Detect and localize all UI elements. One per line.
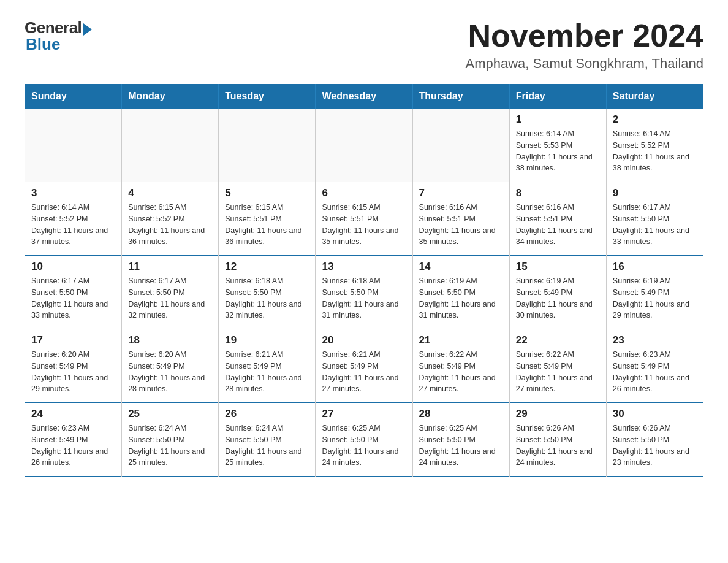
calendar-cell: 29Sunrise: 6:26 AM Sunset: 5:50 PM Dayli…: [509, 403, 606, 477]
day-info: Sunrise: 6:19 AM Sunset: 5:49 PM Dayligh…: [516, 275, 600, 321]
day-info: Sunrise: 6:21 AM Sunset: 5:49 PM Dayligh…: [225, 349, 309, 395]
day-number: 14: [419, 261, 503, 273]
calendar-cell: 16Sunrise: 6:19 AM Sunset: 5:49 PM Dayli…: [606, 256, 703, 329]
day-number: 4: [128, 187, 212, 199]
day-number: 3: [31, 187, 115, 199]
day-info: Sunrise: 6:17 AM Sunset: 5:50 PM Dayligh…: [128, 275, 212, 321]
day-info: Sunrise: 6:14 AM Sunset: 5:52 PM Dayligh…: [31, 202, 115, 248]
day-info: Sunrise: 6:14 AM Sunset: 5:52 PM Dayligh…: [613, 128, 697, 174]
day-info: Sunrise: 6:20 AM Sunset: 5:49 PM Dayligh…: [128, 349, 212, 395]
calendar-cell: 8Sunrise: 6:16 AM Sunset: 5:51 PM Daylig…: [509, 182, 606, 256]
day-info: Sunrise: 6:24 AM Sunset: 5:50 PM Dayligh…: [225, 423, 309, 469]
calendar-cell: [25, 109, 122, 182]
day-info: Sunrise: 6:18 AM Sunset: 5:50 PM Dayligh…: [322, 275, 406, 321]
day-info: Sunrise: 6:19 AM Sunset: 5:49 PM Dayligh…: [613, 275, 697, 321]
day-info: Sunrise: 6:15 AM Sunset: 5:51 PM Dayligh…: [225, 202, 309, 248]
day-number: 29: [516, 408, 600, 420]
day-number: 22: [516, 334, 600, 347]
calendar-week-1: 1Sunrise: 6:14 AM Sunset: 5:53 PM Daylig…: [25, 109, 703, 182]
day-info: Sunrise: 6:20 AM Sunset: 5:49 PM Dayligh…: [31, 349, 115, 395]
weekday-header-sunday: Sunday: [25, 85, 122, 109]
day-number: 5: [225, 187, 309, 199]
logo-arrow-icon: [83, 23, 92, 36]
calendar-cell: 21Sunrise: 6:22 AM Sunset: 5:49 PM Dayli…: [412, 329, 509, 403]
weekday-header-tuesday: Tuesday: [219, 85, 316, 109]
day-number: 27: [322, 408, 406, 420]
calendar-cell: 5Sunrise: 6:15 AM Sunset: 5:51 PM Daylig…: [219, 182, 316, 256]
day-info: Sunrise: 6:25 AM Sunset: 5:50 PM Dayligh…: [419, 423, 503, 469]
calendar-cell: [122, 109, 219, 182]
calendar-cell: 27Sunrise: 6:25 AM Sunset: 5:50 PM Dayli…: [316, 403, 412, 477]
weekday-header-friday: Friday: [509, 85, 606, 109]
day-info: Sunrise: 6:24 AM Sunset: 5:50 PM Dayligh…: [128, 423, 212, 469]
calendar-cell: 12Sunrise: 6:18 AM Sunset: 5:50 PM Dayli…: [219, 256, 316, 329]
calendar-cell: [412, 109, 509, 182]
page-header: General Blue November 2024 Amphawa, Samu…: [25, 18, 703, 72]
day-info: Sunrise: 6:22 AM Sunset: 5:49 PM Dayligh…: [419, 349, 503, 395]
day-info: Sunrise: 6:23 AM Sunset: 5:49 PM Dayligh…: [613, 349, 697, 395]
calendar-week-5: 24Sunrise: 6:23 AM Sunset: 5:49 PM Dayli…: [25, 403, 703, 477]
weekday-header-saturday: Saturday: [606, 85, 703, 109]
calendar-cell: [316, 109, 412, 182]
calendar-header-row: SundayMondayTuesdayWednesdayThursdayFrid…: [25, 85, 703, 109]
calendar-cell: 6Sunrise: 6:15 AM Sunset: 5:51 PM Daylig…: [316, 182, 412, 256]
calendar-cell: 4Sunrise: 6:15 AM Sunset: 5:52 PM Daylig…: [122, 182, 219, 256]
day-info: Sunrise: 6:14 AM Sunset: 5:53 PM Dayligh…: [516, 128, 600, 174]
day-number: 19: [225, 334, 309, 347]
day-info: Sunrise: 6:22 AM Sunset: 5:49 PM Dayligh…: [516, 349, 600, 395]
day-info: Sunrise: 6:17 AM Sunset: 5:50 PM Dayligh…: [613, 202, 697, 248]
calendar-cell: 2Sunrise: 6:14 AM Sunset: 5:52 PM Daylig…: [606, 109, 703, 182]
logo: General Blue: [25, 18, 92, 54]
calendar-week-4: 17Sunrise: 6:20 AM Sunset: 5:49 PM Dayli…: [25, 329, 703, 403]
day-number: 17: [31, 334, 115, 347]
day-number: 18: [128, 334, 212, 347]
day-number: 11: [128, 261, 212, 273]
calendar-cell: 15Sunrise: 6:19 AM Sunset: 5:49 PM Dayli…: [509, 256, 606, 329]
day-number: 10: [31, 261, 115, 273]
weekday-header-monday: Monday: [122, 85, 219, 109]
day-info: Sunrise: 6:16 AM Sunset: 5:51 PM Dayligh…: [516, 202, 600, 248]
calendar-cell: 23Sunrise: 6:23 AM Sunset: 5:49 PM Dayli…: [606, 329, 703, 403]
calendar-week-3: 10Sunrise: 6:17 AM Sunset: 5:50 PM Dayli…: [25, 256, 703, 329]
day-number: 15: [516, 261, 600, 273]
calendar-cell: 28Sunrise: 6:25 AM Sunset: 5:50 PM Dayli…: [412, 403, 509, 477]
calendar-cell: 14Sunrise: 6:19 AM Sunset: 5:50 PM Dayli…: [412, 256, 509, 329]
day-info: Sunrise: 6:18 AM Sunset: 5:50 PM Dayligh…: [225, 275, 309, 321]
day-number: 21: [419, 334, 503, 347]
day-number: 12: [225, 261, 309, 273]
calendar-cell: 1Sunrise: 6:14 AM Sunset: 5:53 PM Daylig…: [509, 109, 606, 182]
calendar-cell: 3Sunrise: 6:14 AM Sunset: 5:52 PM Daylig…: [25, 182, 122, 256]
calendar-cell: 24Sunrise: 6:23 AM Sunset: 5:49 PM Dayli…: [25, 403, 122, 477]
day-info: Sunrise: 6:26 AM Sunset: 5:50 PM Dayligh…: [516, 423, 600, 469]
day-number: 7: [419, 187, 503, 199]
calendar-week-2: 3Sunrise: 6:14 AM Sunset: 5:52 PM Daylig…: [25, 182, 703, 256]
day-number: 23: [613, 334, 697, 347]
day-number: 24: [31, 408, 115, 420]
day-number: 8: [516, 187, 600, 199]
calendar-cell: 10Sunrise: 6:17 AM Sunset: 5:50 PM Dayli…: [25, 256, 122, 329]
day-number: 1: [516, 113, 600, 126]
calendar-cell: 25Sunrise: 6:24 AM Sunset: 5:50 PM Dayli…: [122, 403, 219, 477]
day-info: Sunrise: 6:26 AM Sunset: 5:50 PM Dayligh…: [613, 423, 697, 469]
day-number: 16: [613, 261, 697, 273]
weekday-header-wednesday: Wednesday: [316, 85, 412, 109]
calendar-cell: 18Sunrise: 6:20 AM Sunset: 5:49 PM Dayli…: [122, 329, 219, 403]
calendar-cell: [219, 109, 316, 182]
day-number: 20: [322, 334, 406, 347]
day-number: 2: [613, 113, 697, 126]
weekday-header-thursday: Thursday: [412, 85, 509, 109]
day-number: 9: [613, 187, 697, 199]
title-block: November 2024 Amphawa, Samut Songkhram, …: [466, 18, 703, 72]
calendar-cell: 30Sunrise: 6:26 AM Sunset: 5:50 PM Dayli…: [606, 403, 703, 477]
calendar-cell: 7Sunrise: 6:16 AM Sunset: 5:51 PM Daylig…: [412, 182, 509, 256]
calendar-title: November 2024: [466, 18, 703, 53]
calendar-cell: 11Sunrise: 6:17 AM Sunset: 5:50 PM Dayli…: [122, 256, 219, 329]
calendar-cell: 13Sunrise: 6:18 AM Sunset: 5:50 PM Dayli…: [316, 256, 412, 329]
day-info: Sunrise: 6:19 AM Sunset: 5:50 PM Dayligh…: [419, 275, 503, 321]
calendar-cell: 19Sunrise: 6:21 AM Sunset: 5:49 PM Dayli…: [219, 329, 316, 403]
day-info: Sunrise: 6:16 AM Sunset: 5:51 PM Dayligh…: [419, 202, 503, 248]
day-number: 30: [613, 408, 697, 420]
day-number: 25: [128, 408, 212, 420]
logo-blue-text: Blue: [26, 35, 60, 54]
day-info: Sunrise: 6:15 AM Sunset: 5:52 PM Dayligh…: [128, 202, 212, 248]
